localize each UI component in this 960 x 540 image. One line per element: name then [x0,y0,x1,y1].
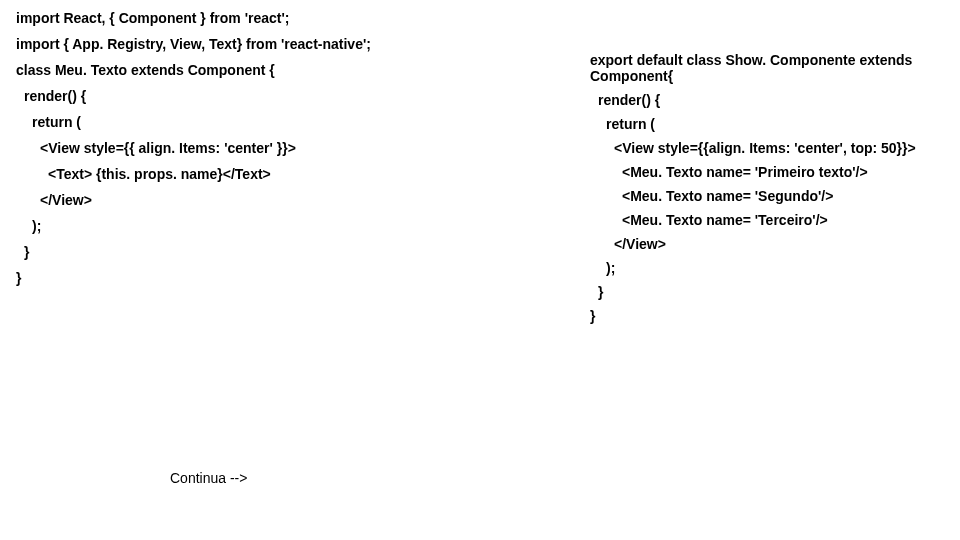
code-line: } [590,284,950,300]
code-line: <View style={{align. Items: 'center', to… [590,140,950,156]
code-line: class Meu. Texto extends Component { [16,62,446,78]
code-line: } [16,244,446,260]
code-line: <Meu. Texto name= 'Segundo'/> [590,188,950,204]
code-line: <Text> {this. props. name}</Text> [16,166,446,182]
code-line: </View> [590,236,950,252]
left-code-column: import React, { Component } from 'react'… [16,10,446,294]
code-line: </View> [16,192,446,208]
code-line: <Meu. Texto name= 'Primeiro texto'/> [590,164,950,180]
code-line: <Meu. Texto name= 'Terceiro'/> [590,212,950,228]
code-line: render() { [16,88,446,104]
code-line: } [590,308,950,324]
right-code-column: export default class Show. Componente ex… [590,52,950,332]
code-line: export default class Show. Componente ex… [590,52,950,84]
code-line: import { App. Registry, View, Text} from… [16,36,446,52]
continue-label: Continua --> [170,470,247,486]
code-line: ); [590,260,950,276]
code-line: import React, { Component } from 'react'… [16,10,446,26]
code-line: <View style={{ align. Items: 'center' }}… [16,140,446,156]
code-line: } [16,270,446,286]
code-line: render() { [590,92,950,108]
code-line: return ( [590,116,950,132]
code-line: return ( [16,114,446,130]
code-line: ); [16,218,446,234]
